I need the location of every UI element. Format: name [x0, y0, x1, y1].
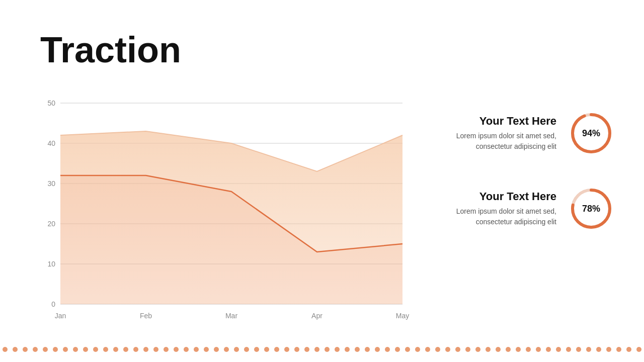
decorative-dot [465, 347, 470, 352]
decorative-dot [606, 347, 611, 352]
decorative-dot [345, 347, 350, 352]
decorative-dot [73, 347, 78, 352]
decorative-dot [546, 347, 551, 352]
decorative-dot [626, 347, 631, 352]
svg-text:May: May [396, 312, 409, 320]
decorative-dots [0, 342, 644, 357]
decorative-dot [224, 347, 229, 352]
svg-text:40: 40 [47, 139, 55, 147]
decorative-dot [425, 347, 430, 352]
decorative-dot [83, 347, 88, 352]
decorative-dot [234, 347, 239, 352]
decorative-dot [23, 347, 28, 352]
metric-value-1: 94% [582, 128, 600, 139]
decorative-dot [486, 347, 491, 352]
decorative-dot [284, 347, 289, 352]
metric-desc-2: Lorem ipsum dolor sit amet sed, consecte… [443, 206, 556, 227]
decorative-dot [3, 347, 8, 352]
decorative-dot [566, 347, 571, 352]
decorative-dot [385, 347, 390, 352]
decorative-dot [506, 347, 511, 352]
svg-text:20: 20 [47, 220, 55, 228]
svg-text:10: 10 [47, 260, 55, 268]
svg-text:Mar: Mar [225, 312, 237, 320]
decorative-dot [636, 347, 641, 352]
decorative-dot [53, 347, 58, 352]
svg-text:50: 50 [47, 99, 55, 107]
decorative-dot [536, 347, 541, 352]
decorative-dot [616, 347, 621, 352]
metric-item-1: Your Text Here Lorem ipsum dolor sit ame… [443, 111, 614, 156]
decorative-dot [103, 347, 108, 352]
metric-item-2: Your Text Here Lorem ipsum dolor sit ame… [443, 186, 614, 231]
svg-text:Feb: Feb [140, 312, 152, 320]
decorative-dot [375, 347, 380, 352]
decorative-dot [63, 347, 68, 352]
decorative-dot [13, 347, 18, 352]
decorative-dot [496, 347, 501, 352]
decorative-dot [556, 347, 561, 352]
decorative-dot [244, 347, 249, 352]
decorative-dot [516, 347, 521, 352]
metric-title-2: Your Text Here [443, 190, 556, 203]
decorative-dot [174, 347, 179, 352]
decorative-dot [395, 347, 400, 352]
decorative-dot [153, 347, 158, 352]
decorative-dot [576, 347, 581, 352]
decorative-dot [586, 347, 591, 352]
decorative-dot [204, 347, 209, 352]
decorative-dot [325, 347, 330, 352]
decorative-dot [526, 347, 531, 352]
metric-desc-1: Lorem ipsum dolor sit amet sed, consecte… [443, 131, 556, 152]
decorative-dot [214, 347, 219, 352]
decorative-dot [355, 347, 360, 352]
metric-text-2: Your Text Here Lorem ipsum dolor sit ame… [443, 190, 556, 227]
decorative-dot [33, 347, 38, 352]
decorative-dot [93, 347, 98, 352]
decorative-dot [335, 347, 340, 352]
svg-text:0: 0 [51, 300, 55, 308]
decorative-dot [133, 347, 138, 352]
metrics-panel: Your Text Here Lorem ipsum dolor sit ame… [443, 111, 614, 231]
decorative-dot [194, 347, 199, 352]
decorative-dot [475, 347, 480, 352]
svg-text:Apr: Apr [311, 312, 323, 320]
metric-value-2: 78% [582, 204, 600, 214]
decorative-dot [415, 347, 420, 352]
circle-chart-2: 78% [569, 186, 614, 231]
decorative-dot [164, 347, 169, 352]
decorative-dot [143, 347, 148, 352]
decorative-dot [304, 347, 309, 352]
decorative-dot [445, 347, 450, 352]
circle-chart-1: 94% [569, 111, 614, 156]
decorative-dot [123, 347, 128, 352]
decorative-dot [455, 347, 460, 352]
decorative-dot [43, 347, 48, 352]
decorative-dot [314, 347, 319, 352]
decorative-dot [254, 347, 259, 352]
svg-text:30: 30 [47, 179, 55, 188]
metric-text-1: Your Text Here Lorem ipsum dolor sit ame… [443, 115, 556, 152]
line-chart: 0 10 20 30 40 50 Jan Feb Mar Apr May [40, 93, 413, 324]
metric-title-1: Your Text Here [443, 115, 556, 128]
decorative-dot [113, 347, 118, 352]
decorative-dot [294, 347, 299, 352]
decorative-dot [264, 347, 269, 352]
decorative-dot [596, 347, 601, 352]
decorative-dot [435, 347, 440, 352]
decorative-dot [365, 347, 370, 352]
decorative-dot [405, 347, 410, 352]
page-title: Traction [40, 30, 181, 70]
decorative-dot [184, 347, 189, 352]
decorative-dot [274, 347, 279, 352]
svg-text:Jan: Jan [55, 312, 66, 320]
